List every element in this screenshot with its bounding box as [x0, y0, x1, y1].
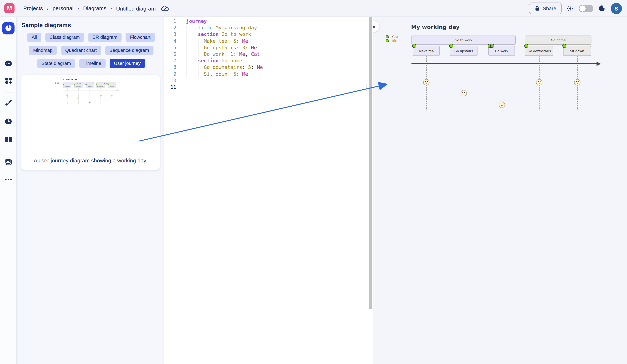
filter-chips: AllClass diagramER diagramFlowchartMindm…	[21, 33, 161, 68]
sidebar-item-import[interactable]	[2, 156, 14, 168]
user-avatar[interactable]: S	[611, 3, 622, 14]
theme-toggle[interactable]	[579, 4, 593, 12]
sidebar-item-themes[interactable]	[2, 97, 14, 109]
actor-dot-me	[412, 44, 416, 48]
filter-chip-user-journey[interactable]: User journey	[109, 59, 145, 68]
filter-chip-state-diagram[interactable]: State diagram	[37, 59, 75, 68]
diagram-title: My working day	[411, 24, 460, 30]
line-number: 1	[164, 18, 176, 24]
line-number: 7	[164, 57, 176, 64]
line-number: 8	[164, 64, 176, 71]
legend-dot	[55, 82, 56, 83]
journey-diagram-preview: My working dayCatMeGo to workMake teaGo …	[385, 26, 603, 111]
filter-chip-mindmap[interactable]: Mindmap	[29, 46, 57, 55]
journey-task: Make tea	[63, 85, 71, 88]
code-line-9[interactable]: 9 Sit down: 5: Me	[164, 71, 373, 77]
top-bar: M Projects›personal›Diagrams›Untitled di…	[0, 0, 627, 17]
journey-face-happy	[423, 79, 430, 87]
breadcrumb-item[interactable]: Projects	[23, 5, 43, 12]
actor-dot-me	[107, 84, 109, 85]
sample-card-user-journey[interactable]: My working dayCatMeGo to workMake teaGo …	[21, 75, 160, 170]
line-content	[176, 77, 186, 84]
sidebar-item-chat[interactable]	[2, 58, 14, 70]
share-button[interactable]: Share	[529, 2, 562, 14]
legend-item-cat: Cat	[386, 35, 398, 39]
code-line-10[interactable]: 10	[164, 77, 373, 84]
journey-task: Sit down	[563, 46, 591, 56]
diagram-title: My working day	[63, 78, 77, 80]
line-number: 9	[164, 71, 176, 77]
line-content: journey	[176, 18, 207, 24]
journey-face-happy	[111, 95, 113, 97]
avatar-initial: S	[615, 5, 618, 11]
legend-dot	[55, 83, 56, 84]
lock-icon	[534, 5, 540, 11]
chevrons-left-icon: «	[373, 24, 375, 29]
editor-scrollbar[interactable]	[368, 17, 373, 364]
sidebar-item-more[interactable]	[2, 173, 14, 186]
ellipsis-icon	[5, 178, 12, 181]
sample-caption: A user journey diagram showing a working…	[21, 157, 160, 164]
breadcrumb-item[interactable]: Diagrams	[83, 5, 106, 12]
legend-item-me: Me	[55, 83, 59, 84]
current-line-highlight	[185, 84, 367, 91]
app-window: M Projects›personal›Diagrams›Untitled di…	[0, 0, 627, 364]
legend-dot	[386, 35, 389, 39]
scrollbar-thumb[interactable]	[369, 17, 372, 309]
breadcrumb: Projects›personal›Diagrams›Untitled diag…	[23, 0, 169, 17]
breadcrumb-separator: ›	[47, 5, 49, 11]
actor-dot-cat	[490, 44, 494, 48]
code-line-8[interactable]: 8 Go downstairs: 5: Me	[164, 64, 373, 71]
filter-chip-er-diagram[interactable]: ER diagram	[88, 33, 122, 42]
line-number: 10	[164, 77, 176, 84]
journey-face-sad	[498, 101, 505, 109]
journey-face-happy	[536, 79, 542, 87]
filter-chip-class-diagram[interactable]: Class diagram	[45, 33, 84, 42]
panel-title: Sample diagrams	[21, 22, 71, 29]
sun-icon	[567, 5, 573, 11]
code-line-4[interactable]: 4 Make tea: 5: Me	[164, 38, 373, 44]
breadcrumb-item[interactable]: personal	[52, 5, 73, 12]
sidebar-item-history[interactable]	[2, 115, 14, 128]
actor-dot-me	[524, 44, 528, 48]
actor-dot-cat	[86, 84, 87, 85]
line-content: section Go to work	[176, 31, 251, 38]
filter-chip-quadrant-chart[interactable]: Quadrant chart	[61, 46, 101, 55]
filter-chip-timeline[interactable]: Timeline	[79, 59, 105, 68]
journey-face-happy	[66, 95, 68, 97]
breadcrumb-item[interactable]: Untitled diagram	[116, 5, 156, 11]
code-line-1[interactable]: 1journey	[164, 18, 373, 24]
line-content: Go upstairs: 3: Me	[176, 44, 257, 51]
code-lines: 1journey2 title My working day3 section …	[164, 18, 373, 90]
filter-chip-flowchart[interactable]: Flowchart	[126, 33, 155, 42]
journey-face-neutral	[77, 98, 79, 100]
journey-section-bar: Go home	[97, 82, 116, 85]
timeline-axis	[63, 90, 117, 90]
diagram-preview-panel[interactable]: « My working dayCatMeGo to workMake teaG…	[373, 17, 627, 364]
actor-dot-me	[74, 84, 75, 85]
mermaid-logo-icon[interactable]: M	[4, 3, 14, 13]
code-line-5[interactable]: 5 Go upstairs: 3: Me	[164, 44, 373, 51]
code-line-3[interactable]: 3 section Go to work	[164, 31, 373, 38]
journey-face-sad	[89, 101, 91, 104]
code-editor[interactable]: 1journey2 title My working day3 section …	[164, 17, 373, 364]
journey-section-bar: Go home	[525, 36, 591, 45]
paintbrush-icon	[4, 99, 12, 107]
legend-label: Me	[392, 39, 397, 43]
sidebar-item-components[interactable]	[2, 75, 14, 87]
code-line-7[interactable]: 7 section Go home	[164, 57, 373, 64]
code-line-6[interactable]: 6 Do work: 1: Me, Cat	[164, 51, 373, 57]
filter-chip-sequence-diagram[interactable]: Sequence diagram	[105, 46, 153, 55]
line-number: 4	[164, 38, 176, 44]
actor-dot-me	[63, 84, 64, 85]
actor-dot-me	[96, 84, 98, 85]
pie-chart-icon	[5, 25, 12, 32]
icon-sidebar	[0, 17, 17, 364]
code-line-2[interactable]: 2 title My working day	[164, 24, 373, 31]
sidebar-item-diagrams[interactable]	[2, 22, 14, 35]
chat-bubble-icon	[4, 60, 12, 67]
sidebar-item-docs[interactable]	[2, 134, 14, 146]
breadcrumb-separator: ›	[110, 5, 112, 11]
line-number: 11	[164, 84, 176, 90]
filter-chip-all[interactable]: All	[27, 33, 41, 42]
